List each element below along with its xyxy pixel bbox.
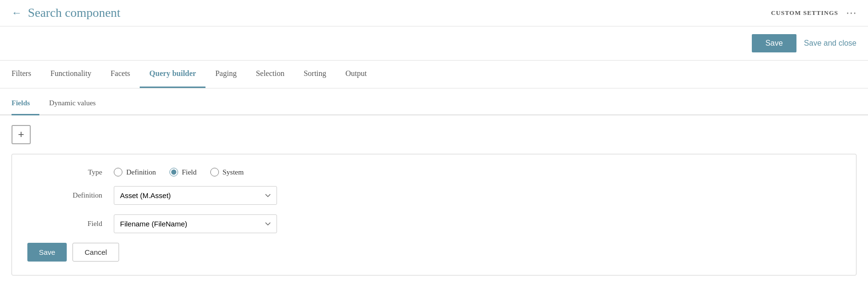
type-label: Type [27, 168, 114, 176]
definition-row: Definition Asset (M.Asset)ProductDocumen… [27, 186, 841, 205]
more-icon[interactable]: ⋯ [846, 7, 856, 19]
content: + Type DefinitionFieldSystem Definition … [0, 115, 868, 285]
field-row: Field Filename (FileName)TitleDescriptio… [27, 214, 841, 233]
custom-settings-label: CUSTOM SETTINGS [771, 9, 838, 17]
form-card: Type DefinitionFieldSystem Definition As… [12, 154, 856, 275]
save-and-close-button[interactable]: Save and close [804, 39, 856, 48]
radio-option-definition[interactable]: Definition [114, 168, 156, 176]
sub-tab-dynamic-values[interactable]: Dynamic values [39, 92, 105, 115]
nav-tabs: FiltersFunctionalityFacetsQuery builderP… [0, 61, 868, 88]
radio-option-field[interactable]: Field [169, 168, 197, 176]
definition-label: Definition [27, 191, 114, 200]
sub-tabs: FieldsDynamic values [0, 92, 868, 115]
back-icon[interactable]: ← [12, 7, 22, 19]
radio-label-system: System [223, 168, 244, 176]
definition-select[interactable]: Asset (M.Asset)ProductDocument [114, 186, 277, 205]
nav-tab-functionality[interactable]: Functionality [41, 61, 101, 88]
radio-system[interactable] [210, 168, 219, 176]
header-left: ← Search component [12, 6, 121, 20]
sub-tab-fields[interactable]: Fields [12, 92, 39, 115]
header-right: CUSTOM SETTINGS ⋯ [771, 7, 856, 19]
field-label: Field [27, 220, 114, 228]
field-select[interactable]: Filename (FileName)TitleDescription [114, 214, 277, 233]
nav-tab-selection[interactable]: Selection [246, 61, 294, 88]
nav-tab-facets[interactable]: Facets [101, 61, 140, 88]
page-title: Search component [28, 6, 121, 20]
nav-tab-paging[interactable]: Paging [205, 61, 246, 88]
nav-tab-sorting[interactable]: Sorting [294, 61, 336, 88]
add-button[interactable]: + [12, 125, 31, 144]
toolbar: Save Save and close [0, 26, 868, 61]
type-radio-group: DefinitionFieldSystem [114, 168, 244, 176]
header: ← Search component CUSTOM SETTINGS ⋯ [0, 0, 868, 26]
radio-label-field: Field [182, 168, 197, 176]
radio-label-definition: Definition [126, 168, 156, 176]
nav-tab-output[interactable]: Output [336, 61, 376, 88]
radio-option-system[interactable]: System [210, 168, 244, 176]
form-cancel-button[interactable]: Cancel [72, 243, 119, 262]
nav-tab-query-builder[interactable]: Query builder [140, 61, 205, 88]
radio-definition[interactable] [114, 168, 122, 176]
radio-field[interactable] [169, 168, 178, 176]
type-row: Type DefinitionFieldSystem [27, 168, 841, 176]
form-save-button[interactable]: Save [27, 243, 67, 262]
form-actions: Save Cancel [27, 243, 841, 262]
save-button[interactable]: Save [752, 34, 796, 52]
nav-tab-filters[interactable]: Filters [12, 61, 41, 88]
